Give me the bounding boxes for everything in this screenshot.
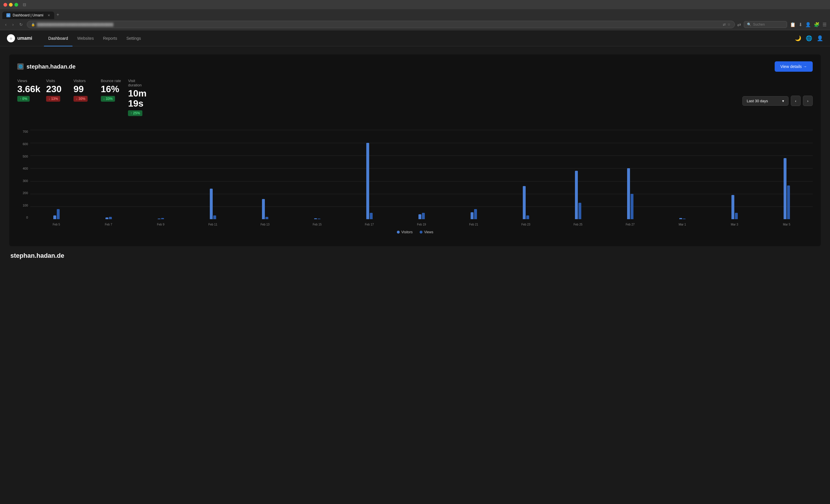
extensions-icon[interactable]: 🧩 (814, 22, 820, 27)
bar-visitors (262, 199, 265, 220)
minimize-button[interactable] (9, 3, 13, 7)
bar-views (265, 217, 268, 220)
stat-visitors-label: Visitors (73, 79, 95, 83)
bar-views (109, 217, 112, 220)
chart-area: 700 600 500 400 300 200 100 0 Feb 5Feb 7… (17, 130, 813, 228)
bar-views (474, 209, 477, 219)
bar-group (30, 130, 83, 219)
bar-group (448, 130, 500, 219)
logo-text: umami (17, 36, 32, 41)
header-actions: 🌙 🌐 👤 (795, 35, 823, 41)
translate-toolbar-icon[interactable]: ⇄ (737, 22, 741, 27)
language-icon[interactable]: 🌐 (806, 35, 812, 41)
refresh-button[interactable]: ↻ (18, 21, 25, 28)
next-period-button[interactable]: › (803, 96, 813, 106)
app-logo: ○ umami (7, 34, 32, 42)
website-header: 🌐 stephan.hadan.de View details → (17, 61, 813, 72)
y-label-400: 400 (23, 167, 28, 170)
maximize-button[interactable] (14, 3, 18, 7)
y-label-600: 600 (23, 142, 28, 146)
bar-views (161, 218, 164, 219)
bar-visitors (679, 218, 682, 219)
bar-views (631, 194, 634, 220)
x-label: Feb 25 (552, 223, 604, 226)
nav-item-websites[interactable]: Websites (73, 30, 98, 46)
bar-group (552, 130, 604, 219)
bottom-partial-card: stephan.hadan.de (9, 252, 821, 260)
stat-bounce-label: Bounce rate (101, 79, 123, 83)
menu-icon[interactable]: ☰ (823, 22, 827, 27)
bar-views (318, 219, 320, 219)
y-label-300: 300 (23, 179, 28, 182)
bar-visitors (53, 215, 56, 219)
lock-icon: 🔒 (31, 23, 35, 27)
bar-visitors (575, 171, 578, 219)
search-box[interactable]: 🔍 Suchen (744, 21, 787, 28)
security-icons: 🔒 (31, 23, 35, 27)
bar-group (343, 130, 395, 219)
bar-views (422, 213, 425, 219)
back-button[interactable]: ‹ (3, 21, 8, 28)
bar-visitors (471, 212, 474, 219)
active-tab[interactable]: U Dashboard | Umami ✕ (2, 11, 54, 19)
stat-views-value: 3.66k (17, 84, 40, 94)
bar-visitors (784, 158, 787, 220)
reading-list-icon[interactable]: 📋 (790, 22, 796, 27)
x-label: Feb 7 (83, 223, 135, 226)
download-icon[interactable]: ⬇ (799, 22, 802, 27)
bar-group (83, 130, 135, 219)
x-label: Feb 9 (135, 223, 187, 226)
stat-bounce-value: 16% (101, 84, 123, 94)
bar-group (708, 130, 761, 219)
dark-mode-toggle[interactable]: 🌙 (795, 35, 801, 41)
bar-views (787, 186, 790, 219)
stat-visitors: Visitors 99 ↓ 30% (73, 79, 101, 102)
view-details-button[interactable]: View details → (775, 61, 813, 72)
tab-favicon: U (6, 13, 10, 17)
address-url: ██████████████████████████████████ (37, 23, 721, 26)
stat-duration-label: Visit duration (128, 79, 150, 87)
stat-bounce-rate: Bounce rate 16% ↓ 33% (101, 79, 128, 102)
y-label-0: 0 (26, 216, 28, 219)
tab-close-button[interactable]: ✕ (47, 13, 50, 17)
website-title: 🌐 stephan.hadan.de (17, 63, 75, 70)
address-bar[interactable]: 🔒 ██████████████████████████████████ ⇄ ☆ (27, 21, 735, 28)
sidebar-toggle-icon[interactable]: ⊟ (23, 2, 26, 7)
stat-duration-badge: ↑ 25% (128, 110, 142, 116)
x-label: Feb 5 (30, 223, 83, 226)
time-range-select[interactable]: Last 30 days ▾ (742, 96, 789, 106)
bar-visitors (314, 218, 317, 220)
translate-icon: ⇄ (723, 23, 726, 27)
bar-group (500, 130, 552, 219)
nav-item-dashboard[interactable]: Dashboard (44, 30, 73, 46)
stat-visitors-badge: ↓ 30% (73, 96, 88, 102)
bar-views (213, 215, 216, 219)
x-label: Feb 27 (604, 223, 656, 226)
x-label: Feb 19 (395, 223, 448, 226)
nav-item-reports[interactable]: Reports (98, 30, 122, 46)
user-icon[interactable]: 👤 (817, 35, 823, 41)
forward-button[interactable]: › (11, 21, 15, 28)
chart-legend: Visitors Views (17, 230, 813, 234)
bar-visitors (210, 189, 213, 219)
y-label-500: 500 (23, 155, 28, 158)
bar-visitors (731, 195, 734, 219)
tab-bar: U Dashboard | Umami ✕ + (0, 9, 830, 19)
bar-visitors (366, 143, 369, 220)
stats-and-controls: Views 3.66k ↑ 0% Visits 230 ↓ 13% Visito… (17, 79, 813, 123)
close-button[interactable] (3, 3, 7, 7)
stat-views-badge: ↑ 0% (17, 96, 30, 102)
traffic-lights (3, 3, 18, 7)
x-label: Feb 11 (187, 223, 239, 226)
bar-visitors (627, 168, 630, 219)
chevron-down-icon: ▾ (782, 99, 784, 103)
nav-item-settings[interactable]: Settings (122, 30, 146, 46)
prev-period-button[interactable]: ‹ (791, 96, 801, 106)
website-name: stephan.hadan.de (27, 63, 75, 70)
profile-icon[interactable]: 👤 (805, 22, 811, 27)
new-tab-button[interactable]: + (54, 10, 61, 19)
bar-views (526, 215, 529, 219)
legend-views: Views (420, 230, 434, 234)
browser-toolbar: ‹ › ↻ 🔒 ████████████████████████████████… (0, 19, 830, 30)
x-label: Feb 13 (239, 223, 291, 226)
